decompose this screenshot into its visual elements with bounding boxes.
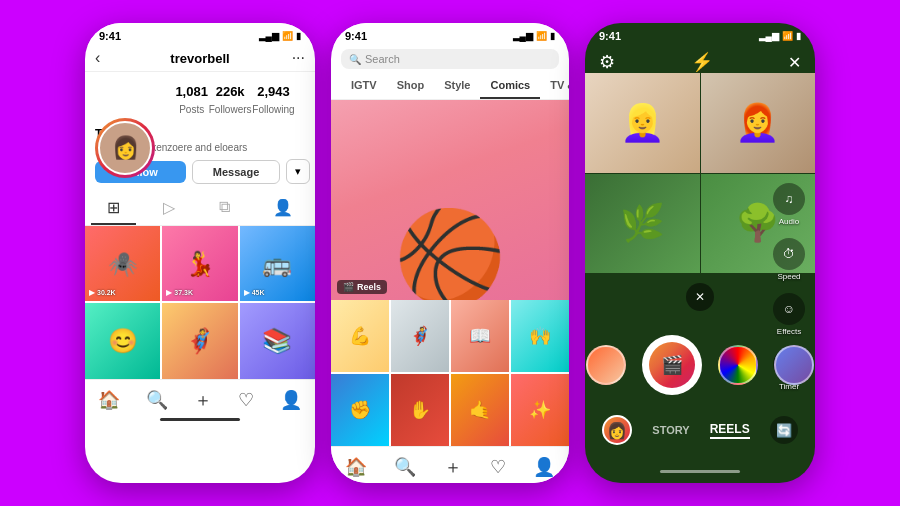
effect-btn-2[interactable] (718, 345, 758, 385)
posts-stat: 1,081 Posts (175, 84, 208, 117)
cam-cell-top-left: 👱‍♀️ (585, 73, 700, 173)
tab-shop[interactable]: Shop (387, 73, 435, 99)
search-input-box[interactable]: 🔍 Search (341, 49, 559, 69)
tab-video[interactable]: ▷ (147, 194, 191, 225)
photo-grid: 🕷️ ▶30.2K 💃 ▶37.3K (85, 226, 315, 379)
small-item-6[interactable]: ✋ (391, 374, 449, 446)
grid-emoji-4: 😊 (108, 327, 138, 355)
small-emoji-7: 🤙 (469, 399, 491, 421)
featured-person: 🏀 (394, 205, 506, 300)
search-bar: 🔍 Search (331, 45, 569, 73)
audio-label: Audio (779, 217, 799, 226)
small-emoji-5: ✊ (349, 399, 371, 421)
effects-tool[interactable]: ☺ Effects (773, 293, 805, 336)
small-item-3[interactable]: 📖 (451, 300, 509, 372)
grid-item-4[interactable]: 😊 (85, 303, 160, 378)
shutter-button[interactable]: 🎬 (642, 335, 702, 395)
nav-home-2[interactable]: 🏠 (345, 456, 367, 478)
nav-like-2[interactable]: ♡ (490, 456, 506, 478)
nav-like-1[interactable]: ♡ (238, 389, 254, 411)
tab-style[interactable]: Style (434, 73, 480, 99)
grid-item-5[interactable]: 🦸 (162, 303, 237, 378)
profile-stats-section: 👩 1,081 Posts 226k Followers 2,943 Follo… (85, 72, 315, 123)
tab-tv-movies[interactable]: TV & Movies (540, 73, 569, 99)
close-icon[interactable]: ✕ (788, 53, 801, 72)
home-indicator-1 (160, 418, 240, 421)
tab-reels[interactable]: ⧉ (203, 194, 246, 225)
small-item-1[interactable]: 💪 (331, 300, 389, 372)
small-item-2[interactable]: 🦸 (391, 300, 449, 372)
grid-item-1[interactable]: 🕷️ ▶30.2K (85, 226, 160, 301)
grid-emoji-3: 🚌 (262, 250, 292, 278)
story-tab-label[interactable]: STORY (652, 424, 689, 436)
search-placeholder: Search (365, 53, 400, 65)
nav-add-1[interactable]: ＋ (194, 388, 212, 412)
reels-tab-label[interactable]: REELS (710, 422, 750, 439)
nav-add-2[interactable]: ＋ (444, 455, 462, 479)
audio-tool[interactable]: ♫ Audio (773, 183, 805, 226)
time-1: 9:41 (99, 30, 121, 42)
grid-emoji-2: 💃 (185, 250, 215, 278)
profile-header: ‹ trevorbell ··· (85, 45, 315, 72)
grid-item-6[interactable]: 📚 (240, 303, 315, 378)
tab-grid[interactable]: ⊞ (91, 194, 136, 225)
play-count-1: ▶30.2K (89, 288, 116, 297)
bottom-nav-1: 🏠 🔍 ＋ ♡ 👤 (85, 379, 315, 416)
small-grid: 💪 🦸 📖 🙌 ✊ ✋ 🤙 ✨ (331, 300, 569, 446)
shutter-inner: 🎬 (649, 342, 695, 388)
grid-item-2[interactable]: 💃 ▶37.3K (162, 226, 237, 301)
tab-comics[interactable]: Comics (480, 73, 540, 99)
tab-tagged[interactable]: 👤 (257, 194, 309, 225)
effect-btn-3[interactable] (774, 345, 814, 385)
phone-explore: 9:41 ▂▄▆ 📶 ▮ 🔍 Search IGTV Shop Style Co… (331, 23, 569, 483)
dismiss-effect-button[interactable]: ✕ (686, 283, 714, 311)
featured-image[interactable]: 🏀 🎬 Reels (331, 100, 569, 300)
status-bar-1: 9:41 ▂▄▆ 📶 ▮ (85, 23, 315, 45)
time-2: 9:41 (345, 30, 367, 42)
small-emoji-8: ✨ (529, 399, 551, 421)
followers-stat: 226k Followers (209, 84, 252, 117)
status-icons-2: ▂▄▆ 📶 ▮ (513, 31, 555, 41)
back-button[interactable]: ‹ (95, 49, 100, 67)
nav-home-1[interactable]: 🏠 (98, 389, 120, 411)
followers-label: Followers (209, 104, 252, 115)
small-item-7[interactable]: 🤙 (451, 374, 509, 446)
effects-icon: ☺ (773, 293, 805, 325)
avatar-inner: 👩 (98, 121, 152, 175)
small-emoji-4: 🙌 (529, 325, 551, 347)
phone-reels: 9:41 ▂▄▆ 📶 ▮ ⚙ ⚡ ✕ 👱‍♀️ 👩‍🦰 🌿 🌳 (585, 23, 815, 483)
status-icons-3: ▂▄▆ 📶 ▮ (759, 31, 801, 41)
story-preview-avatar[interactable]: 👩 (602, 415, 632, 445)
nav-search-2[interactable]: 🔍 (394, 456, 416, 478)
posts-label: Posts (179, 104, 204, 115)
dropdown-button[interactable]: ▾ (286, 159, 310, 184)
reels-icon: 🎬 (343, 282, 354, 292)
profile-tabs: ⊞ ▷ ⧉ 👤 (85, 190, 315, 226)
small-item-8[interactable]: ✨ (511, 374, 569, 446)
bottom-nav-2: 🏠 🔍 ＋ ♡ 👤 (331, 446, 569, 483)
camera-top-bar: ⚙ ⚡ ✕ (585, 45, 815, 79)
tab-igtv[interactable]: IGTV (341, 73, 387, 99)
small-item-5[interactable]: ✊ (331, 374, 389, 446)
speed-tool[interactable]: ⏱ Speed (773, 238, 805, 281)
speed-icon: ⏱ (773, 238, 805, 270)
reels-camera-view: 9:41 ▂▄▆ 📶 ▮ ⚙ ⚡ ✕ 👱‍♀️ 👩‍🦰 🌿 🌳 (585, 23, 815, 483)
effect-btn-1[interactable] (586, 345, 626, 385)
category-tabs: IGTV Shop Style Comics TV & Movies (331, 73, 569, 100)
nav-profile-1[interactable]: 👤 (280, 389, 302, 411)
flip-camera-button[interactable]: 🔄 (770, 416, 798, 444)
grid-item-3[interactable]: 🚌 ▶45K (240, 226, 315, 301)
small-emoji-6: ✋ (409, 399, 431, 421)
grid-emoji-6: 📚 (262, 327, 292, 355)
message-button[interactable]: Message (192, 160, 280, 184)
home-indicator-3 (660, 470, 740, 473)
grid-emoji-1: 🕷️ (108, 250, 138, 278)
more-options-button[interactable]: ··· (292, 49, 305, 67)
settings-icon[interactable]: ⚙ (599, 51, 615, 73)
search-icon: 🔍 (349, 54, 361, 65)
small-item-4[interactable]: 🙌 (511, 300, 569, 372)
nav-profile-2[interactable]: 👤 (533, 456, 555, 478)
flash-icon[interactable]: ⚡ (691, 51, 713, 73)
nav-search-1[interactable]: 🔍 (146, 389, 168, 411)
story-reels-bar: 👩 STORY REELS 🔄 (585, 415, 815, 445)
